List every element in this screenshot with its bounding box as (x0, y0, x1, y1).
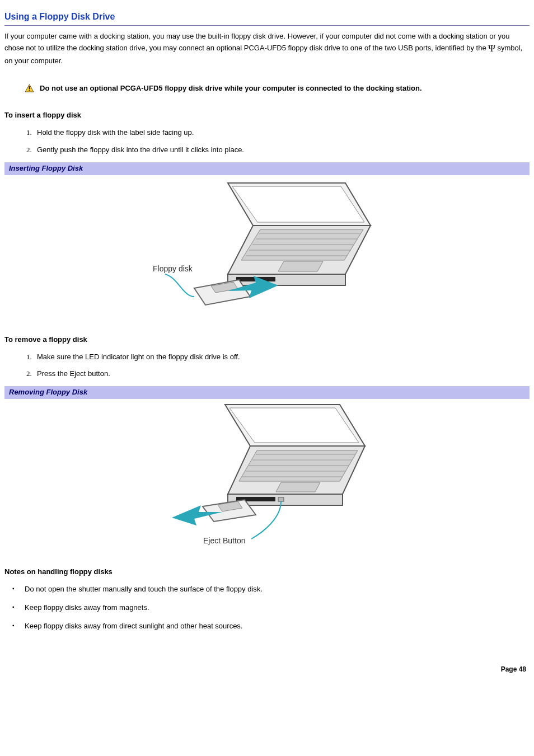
figure-caption-insert: Inserting Floppy Disk (4, 162, 530, 175)
svg-rect-30 (278, 497, 284, 501)
removing-floppy-illustration: Eject Button (149, 400, 385, 551)
warning-text: Do not use an optional PCGA-UFD5 floppy … (40, 83, 422, 94)
list-item: Keep floppy disks away from direct sunli… (12, 621, 530, 632)
title-divider (4, 25, 530, 26)
intro-text-1: If your computer came with a docking sta… (4, 32, 510, 52)
list-item: Make sure the LED indicator light on the… (34, 352, 530, 363)
page-number: Page 48 (4, 665, 530, 674)
list-item: Do not open the shutter manually and tou… (12, 584, 530, 595)
page-title: Using a Floppy Disk Drive (4, 10, 530, 23)
remove-steps-list: Make sure the LED indicator light on the… (4, 352, 530, 380)
svg-marker-27 (276, 482, 320, 492)
list-item: Gently push the floppy disk into the dri… (34, 145, 530, 156)
list-item: Hold the floppy disk with the label side… (34, 128, 530, 138)
figure-insert-label: Floppy disk (153, 264, 193, 273)
svg-rect-1 (29, 87, 30, 90)
notes-heading: Notes on handling floppy disks (4, 567, 530, 577)
figure-caption-remove: Removing Floppy Disk (4, 386, 530, 399)
figure-insert: Floppy disk (4, 176, 530, 319)
warning-icon (25, 84, 34, 92)
list-item: Keep floppy disks away from magnets. (12, 603, 530, 613)
list-item: Press the Eject button. (34, 369, 530, 379)
warning-callout: Do not use an optional PCGA-UFD5 floppy … (25, 83, 530, 94)
usb-symbol-icon: Ψ (488, 43, 495, 54)
svg-marker-15 (194, 280, 250, 305)
insert-steps-list: Hold the floppy disk with the label side… (4, 128, 530, 156)
insert-heading: To insert a floppy disk (4, 110, 530, 121)
figure-remove: Eject Button (4, 400, 530, 551)
intro-paragraph: If your computer came with a docking sta… (4, 31, 530, 66)
svg-marker-12 (278, 261, 323, 271)
svg-rect-2 (29, 90, 30, 91)
notes-list: Do not open the shutter manually and tou… (4, 584, 530, 632)
figure-remove-label: Eject Button (203, 536, 246, 545)
remove-heading: To remove a floppy disk (4, 335, 530, 345)
inserting-floppy-illustration: Floppy disk (144, 176, 390, 319)
